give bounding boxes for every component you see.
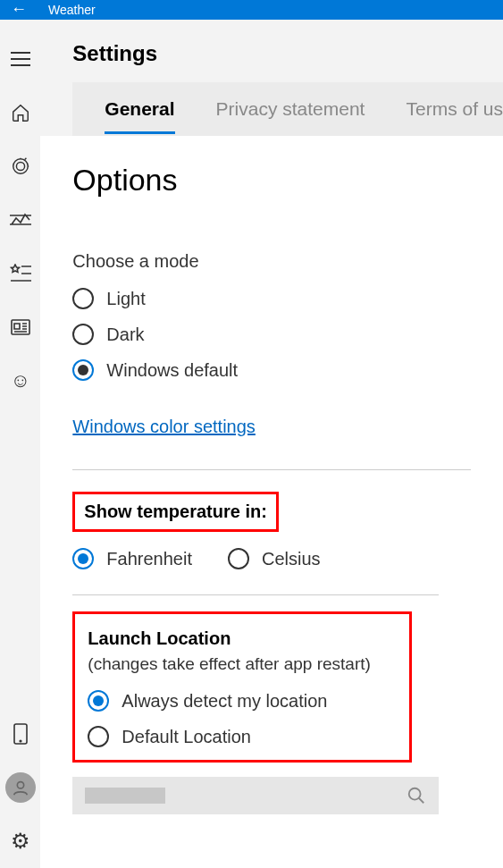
search-input[interactable] bbox=[72, 777, 439, 814]
radio-label: Windows default bbox=[106, 360, 238, 381]
home-icon bbox=[11, 103, 30, 122]
radio-default-location[interactable]: Default Location bbox=[88, 726, 397, 747]
mode-label: Choose a mode bbox=[72, 251, 471, 272]
content-header: Settings General Privacy statement Terms… bbox=[40, 20, 503, 136]
title-bar: ← Weather bbox=[0, 0, 503, 20]
tab-terms[interactable]: Terms of us bbox=[406, 98, 503, 120]
sidebar: ☺ ⚙ bbox=[0, 20, 40, 868]
color-settings-link[interactable]: Windows color settings bbox=[72, 417, 256, 437]
svg-point-6 bbox=[409, 788, 421, 800]
radio-icon bbox=[72, 324, 94, 345]
search-icon bbox=[407, 786, 426, 805]
sidebar-feedback[interactable]: ☺ bbox=[0, 354, 40, 408]
gear-icon: ⚙ bbox=[11, 829, 30, 854]
hamburger-icon bbox=[11, 52, 30, 66]
radio-label: Always detect my location bbox=[122, 691, 327, 712]
radio-icon bbox=[72, 548, 94, 569]
radio-label: Celsius bbox=[262, 549, 321, 569]
sidebar-settings[interactable]: ⚙ bbox=[0, 814, 40, 868]
sidebar-chart[interactable] bbox=[0, 193, 40, 247]
sidebar-news[interactable] bbox=[0, 300, 40, 354]
back-icon[interactable]: ← bbox=[11, 1, 27, 17]
radio-label: Fahrenheit bbox=[106, 549, 192, 569]
page-body: Options Choose a mode Light Dark Windows… bbox=[40, 136, 503, 868]
divider bbox=[72, 594, 439, 595]
svg-point-5 bbox=[17, 782, 23, 788]
launch-subtitle: (changes take effect after app restart) bbox=[88, 654, 397, 674]
radio-label: Dark bbox=[106, 324, 144, 345]
radio-dark[interactable]: Dark bbox=[72, 324, 471, 345]
radio-label: Light bbox=[106, 289, 145, 309]
tab-general[interactable]: General bbox=[105, 98, 174, 120]
tabs: General Privacy statement Terms of us bbox=[72, 82, 503, 136]
radio-icon bbox=[228, 548, 249, 569]
temp-label: Show temperature in: bbox=[84, 501, 266, 522]
search-placeholder bbox=[85, 788, 165, 804]
star-list-icon bbox=[10, 264, 31, 283]
highlight-box: Show temperature in: bbox=[72, 492, 278, 532]
smile-icon: ☺ bbox=[10, 369, 29, 392]
options-heading: Options bbox=[72, 163, 471, 198]
chart-icon bbox=[10, 212, 31, 228]
tab-privacy[interactable]: Privacy statement bbox=[216, 98, 365, 120]
launch-title: Launch Location bbox=[88, 628, 397, 649]
mobile-icon bbox=[13, 723, 28, 745]
sidebar-account[interactable] bbox=[0, 761, 40, 814]
radio-detect-location[interactable]: Always detect my location bbox=[88, 690, 397, 712]
svg-point-0 bbox=[13, 159, 28, 174]
radio-celsius[interactable]: Celsius bbox=[228, 548, 321, 569]
news-icon bbox=[11, 319, 30, 335]
svg-point-1 bbox=[16, 162, 24, 170]
hamburger-menu[interactable] bbox=[0, 32, 40, 86]
radio-icon bbox=[88, 726, 109, 747]
sidebar-favorites[interactable] bbox=[0, 247, 40, 300]
app-title: Weather bbox=[48, 3, 96, 17]
svg-point-4 bbox=[20, 740, 21, 742]
sidebar-home[interactable] bbox=[0, 86, 40, 139]
avatar-icon bbox=[5, 772, 36, 803]
launch-highlight: Launch Location (changes take effect aft… bbox=[72, 611, 412, 763]
radio-icon bbox=[88, 690, 109, 712]
radio-label: Default Location bbox=[122, 727, 251, 747]
target-icon bbox=[11, 156, 30, 176]
radio-light[interactable]: Light bbox=[72, 288, 471, 309]
radio-windows-default[interactable]: Windows default bbox=[72, 359, 471, 381]
sidebar-mobile[interactable] bbox=[0, 707, 40, 761]
page-title: Settings bbox=[72, 41, 503, 66]
sidebar-target[interactable] bbox=[0, 139, 40, 193]
divider bbox=[72, 469, 471, 470]
radio-fahrenheit[interactable]: Fahrenheit bbox=[72, 548, 192, 569]
radio-icon bbox=[72, 288, 94, 309]
radio-icon bbox=[72, 359, 94, 381]
